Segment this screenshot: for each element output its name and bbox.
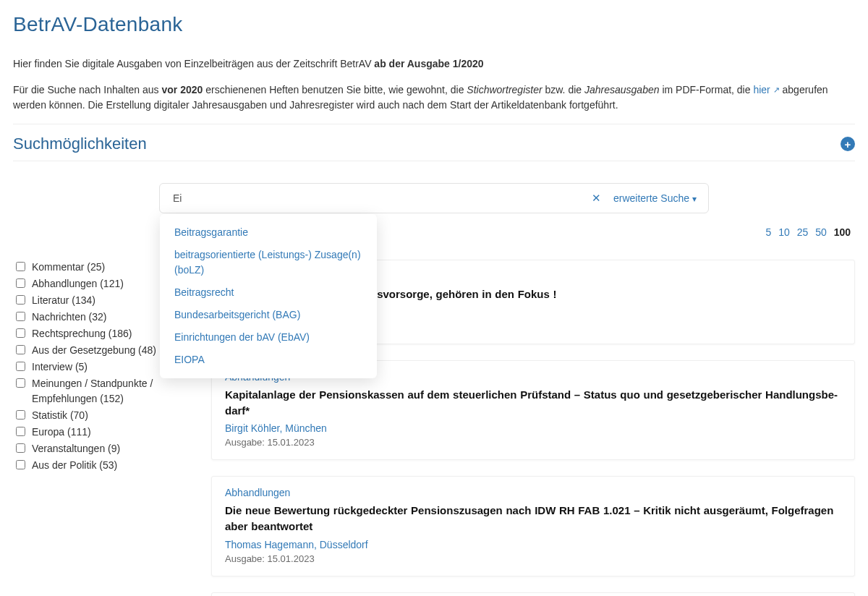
page-size-option[interactable]: 25 (797, 226, 809, 238)
page-size-option-active[interactable]: 100 (834, 226, 851, 238)
advanced-search-label: erwei­terte Suche (613, 192, 689, 204)
intro-block: Hier finden Sie digi­tale Aus­gaben von … (13, 56, 855, 114)
result-title: Die neue Bewer­tung rück­ge­deckter Pens… (225, 503, 841, 535)
result-card[interactable]: Abhand­lungen (211, 592, 855, 596)
search-box: ✕ erwei­terte Suche ▾ Beitrags­ga­rantie… (159, 183, 709, 213)
intro-text: im PDF-For­mat, die (660, 84, 754, 95)
autocomplete-item[interactable]: Beitrags­ga­rantie (160, 221, 377, 244)
facet-checkbox[interactable] (16, 345, 25, 354)
intro-pdf-link[interactable]: hier ↗ (753, 84, 779, 95)
facet-checkbox[interactable] (16, 443, 25, 453)
facet-label: Kommentar (25) (32, 260, 105, 275)
facet-checkbox[interactable] (16, 328, 25, 338)
search-autocomplete: Beitrags­ga­rantie beitrags­ori­en­tiert… (160, 214, 377, 378)
facet-label: Statistik (70) (32, 408, 88, 423)
divider (13, 124, 855, 124)
link-text: hier (753, 84, 770, 95)
intro-line-2: Für die Suche nach Inhalten aus vor 2020… (13, 82, 855, 114)
chevron-down-icon: ▾ (692, 194, 697, 204)
facet-checkbox[interactable] (16, 362, 25, 371)
page-size-option[interactable]: 5 (766, 226, 772, 238)
autocomplete-item[interactable]: Beitrags­recht (160, 281, 377, 304)
facet-label: Meinungen / Stand­punkte / Empfeh­lun­ge… (32, 376, 194, 406)
intro-text: Für die Suche nach Inhalten aus (13, 84, 161, 95)
facet-europa[interactable]: Europa (111) (13, 425, 194, 440)
intro-bold: vor 2020 (161, 84, 203, 95)
facet-checkbox[interactable] (16, 312, 25, 321)
facet-label: Lite­ratur (134) (32, 293, 95, 308)
search-input[interactable] (171, 184, 589, 213)
autocomplete-item[interactable]: Einrich­tungen der bAV (EbAV) (160, 326, 377, 349)
page-size-option[interactable]: 50 (815, 226, 827, 238)
result-card[interactable]: Abhand­lungen Die neue Bewer­tung rück­g… (211, 476, 855, 576)
intro-italic: Jahres­aus­gaben (584, 84, 660, 95)
intro-line-1: Hier finden Sie digi­tale Aus­gaben von … (13, 56, 855, 72)
result-issue: Ausgabe: 15.01.2023 (225, 553, 841, 564)
intro-text: Hier finden Sie digi­tale Aus­gaben von … (13, 58, 374, 69)
autocomplete-item[interactable]: beitrags­ori­en­tierte (Leis­tungs-) Zus… (160, 244, 377, 281)
close-icon: ✕ (592, 192, 601, 205)
facet-label: Nach­richten (32) (32, 310, 107, 325)
plus-icon: + (845, 139, 851, 150)
divider (13, 161, 855, 161)
intro-italic: Stich­wort­re­gister (467, 84, 542, 95)
facet-veranstaltungen[interactable]: Veran­stal­tungen (9) (13, 441, 194, 456)
facet-checkbox[interactable] (16, 378, 25, 388)
result-title: Kapi­tal­an­lage der Pensi­ons­kassen au… (225, 387, 841, 419)
facet-checkbox[interactable] (16, 427, 25, 436)
facet-statistik[interactable]: Statistik (70) (13, 408, 194, 423)
intro-text: erschie­nenen Heften be­nutzen Sie bitte… (203, 84, 467, 95)
search-options-title: Such­mög­lich­keiten (13, 135, 147, 153)
facet-politik[interactable]: Aus der Politik (53) (13, 458, 194, 473)
facet-checkbox[interactable] (16, 295, 25, 305)
facet-meinungen[interactable]: Meinungen / Stand­punkte / Empfeh­lun­ge… (13, 376, 194, 406)
facet-label: Aus der Gesetz­ge­bung (48) (32, 343, 156, 358)
facet-label: Abhand­lungen (121) (32, 276, 124, 291)
advanced-search-toggle[interactable]: erwei­terte Suche ▾ (609, 192, 701, 204)
facet-label: Aus der Politik (53) (32, 458, 117, 473)
intro-text: bzw. die (542, 84, 584, 95)
facet-checkbox[interactable] (16, 262, 25, 271)
autocomplete-item[interactable]: Bundes­ar­beits­ge­richt (BAG) (160, 304, 377, 326)
page-size-option[interactable]: 10 (778, 226, 790, 238)
external-link-icon: ↗ (773, 84, 780, 96)
clear-search-button[interactable]: ✕ (589, 190, 605, 206)
result-category: Abhand­lungen (225, 487, 841, 498)
facet-checkbox[interactable] (16, 410, 25, 420)
page-title: BetrAV-Daten­bank (13, 13, 855, 36)
search-options-header: Such­mög­lich­keiten + (13, 135, 855, 153)
facet-label: Veran­stal­tungen (9) (32, 441, 120, 456)
facet-checkbox[interactable] (16, 460, 25, 469)
facet-label: Europa (111) (32, 425, 91, 440)
expand-search-options-button[interactable]: + (841, 137, 855, 151)
autocomplete-item[interactable]: EIOPA (160, 349, 377, 371)
facet-label: Inter­view (5) (32, 359, 88, 375)
facet-checkbox[interactable] (16, 278, 25, 288)
facet-label: Recht­spre­chung (186) (32, 326, 132, 341)
result-author: Thomas Hage­mann, Düssel­dorf (225, 539, 841, 550)
result-author: Birgit Köhler, Mün­chen (225, 422, 841, 434)
result-issue: Ausgabe: 15.01.2023 (225, 437, 841, 448)
intro-bold: ab der Aus­gabe 1/2020 (374, 58, 483, 69)
